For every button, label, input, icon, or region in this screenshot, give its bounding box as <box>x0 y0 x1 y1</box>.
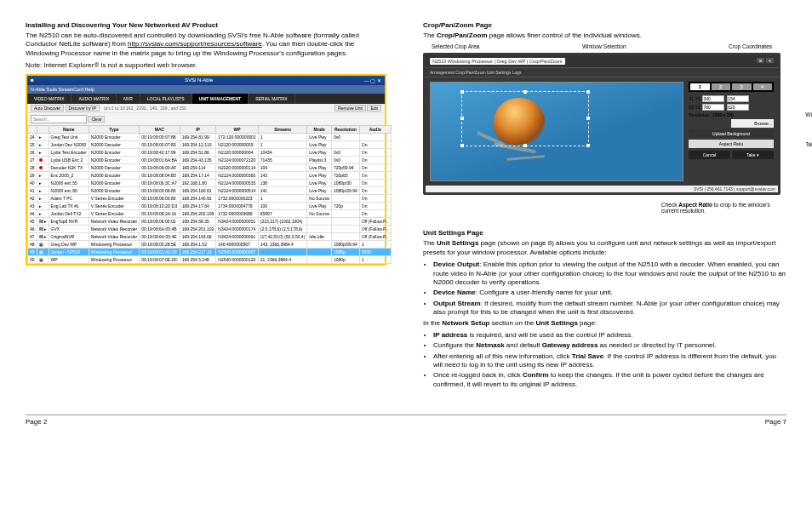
unit-table: NameTypeMACIPWPStreamsModeResolutionAudi… <box>27 125 392 264</box>
support-link[interactable]: http://svsiav.com/support/resources/soft… <box>128 40 262 48</box>
unit-settings-list: Device Output: Enable this option prior … <box>423 260 786 317</box>
tab-audio-matrix[interactable]: AUDIO MATRIX <box>71 94 117 104</box>
table-row[interactable]: 47▸OriginalNVRNetwork Video Recorder00:1… <box>28 232 392 240</box>
browse-button[interactable]: Browse... <box>731 119 774 128</box>
crop-image-area[interactable] <box>430 82 683 181</box>
window-selector[interactable]: 1234 <box>689 82 774 92</box>
tab-unit-management[interactable]: UNIT MANAGEMENT <box>192 94 249 104</box>
table-row[interactable]: 45▸EngTop8 NVRNetwork Video Recorder00:1… <box>28 217 392 225</box>
left-para: The N2510 can be auto-discovered and con… <box>26 31 389 58</box>
list-item: Once re-logged back in, click Confirm to… <box>433 371 786 389</box>
table-row[interactable]: 26▸Lydia Test EncoderN2000 Encoder00:19:… <box>28 148 392 156</box>
nable-app-window: ■ SVSi N-Able — ▢ ✕ N-Able Tools StreamC… <box>26 74 386 266</box>
title-bar: ■ SVSi N-Able — ▢ ✕ <box>27 76 385 85</box>
resolution-readout: Resolution : 1280 x 720 <box>689 112 774 117</box>
table-row[interactable]: 48▦Greg Dev WPWindowing Processor00:19:0… <box>28 240 392 248</box>
table-row[interactable]: 41▸N2000 enc 80N2000 Encoder00:19:08:00:… <box>28 186 392 194</box>
us-intro: The Unit Settings page (shown on page 8)… <box>423 239 786 257</box>
crop-app-window: N2510 Windowing Processor | Greg Dev WP … <box>423 53 781 195</box>
list-item: After entering all of this new informati… <box>433 352 786 370</box>
table-row[interactable]: 46▸GVXNetwork Video Recorder00:19:08:6A:… <box>28 225 392 232</box>
x1-input[interactable] <box>702 95 724 102</box>
ns-intro: In the Network Setup section on the Unit… <box>423 319 786 328</box>
auto-discover-button[interactable]: Auto Discover <box>31 105 64 111</box>
remove-unit-button[interactable]: Remove Unit <box>335 105 366 111</box>
callout-window-selection: Window Selection <box>582 43 626 49</box>
list-item: Device Output: Enable this option prior … <box>433 260 786 287</box>
table-row[interactable]: 40▸N2000 enc 55N2000 Encoder00:19:08:06:… <box>28 179 392 186</box>
table-row[interactable]: 25▸Jordan Dec N2000N2000 Decoder00:19:08… <box>28 140 392 148</box>
search-input[interactable] <box>31 115 87 123</box>
footer-right: Page 7 <box>765 418 786 426</box>
callout-take-settings: Take Settings <box>805 141 812 147</box>
us-heading: Unit Settings Page <box>423 229 786 237</box>
window-controls[interactable]: — ▢ ✕ <box>364 77 381 83</box>
tab-local-playlists[interactable]: LOCAL PLAYLISTS <box>140 94 192 104</box>
network-setup-list: IP address is required, and will be used… <box>423 331 786 389</box>
crop-breadcrumb: N2510 Windowing Processor | Greg Dev WP … <box>426 55 778 68</box>
cpz-intro: The Crop/Pan/Zoom page allows finer cont… <box>423 31 786 40</box>
list-item: Configure the Netmask and default Gatewa… <box>433 341 786 350</box>
table-row[interactable]: 44▸Jordan Dell TX2V Series Encoder00:19:… <box>28 209 392 217</box>
table-row[interactable]: 28Decoder N2K TXN2000 Decoder00:19:08:06… <box>28 163 392 171</box>
discover-by-ip-button[interactable]: Discover by IP <box>66 105 100 111</box>
crop-tabs[interactable]: Arrangement Crop/Pan/Zoom Unit Settings … <box>426 68 778 77</box>
upload-background-button[interactable]: Upload Background <box>689 129 774 138</box>
callout-aspect-ratio: Check Aspect Ratio to crop to the window… <box>661 202 772 214</box>
table-row[interactable]: 50▦WPWindowing Processor00:19:08:07:0E:D… <box>28 255 392 263</box>
coord-x2y2: X2,Y2: , <box>689 104 774 111</box>
crop-figure: Selected Crop Area Window Selection Crop… <box>423 43 781 214</box>
tab-nvr[interactable]: NVR <box>117 94 140 104</box>
y2-input[interactable] <box>727 104 749 111</box>
y1-input[interactable] <box>727 95 749 102</box>
table-row[interactable]: 29▸Enc 2000_2N2000 Encoder00:19:08:08:04… <box>28 171 392 179</box>
callout-crop-coords: Crop Coordinates <box>729 43 772 49</box>
edit-button[interactable]: Edit <box>367 105 381 111</box>
cancel-button[interactable]: Cancel <box>689 151 730 159</box>
table-row[interactable]: 49▦Jordan - N2510Windowing Processor00:1… <box>28 248 392 255</box>
list-item: Device Name: Configure a user-friendly n… <box>433 289 786 297</box>
clear-button[interactable]: Clear <box>88 116 105 123</box>
coord-x1y1: X1,Y1: , <box>689 95 774 102</box>
add-icon[interactable]: + <box>766 58 774 63</box>
left-note: Note: Internet Explorer® is not a suppor… <box>26 61 389 70</box>
page-footer: Page 2 Page 7 <box>26 415 786 426</box>
footer-left: Page 2 <box>26 418 47 426</box>
table-row[interactable]: 43▸Eng Lab TX #1V Series Encoder00:19:08… <box>28 202 392 209</box>
table-row[interactable]: 27Lydia USB Enc 2N2000 Encoder00:19:08:0… <box>28 156 392 163</box>
crop-selection-box[interactable] <box>461 91 589 146</box>
table-row[interactable]: 42▸Adam T PCV Series Encoder00:19:08:06:… <box>28 194 392 202</box>
menu-bar[interactable]: N-Able Tools StreamConf Help <box>27 85 385 94</box>
cpz-heading: Crop/Pan/Zoom Page <box>423 21 786 29</box>
callout-window-resolution: Window Resolution <box>805 111 812 117</box>
table-row[interactable]: 24▸Greg Test UnitN2000 Encoder00:19:08:0… <box>28 133 392 140</box>
list-item: IP address is required, and will be used… <box>433 331 786 340</box>
x2-input[interactable] <box>702 104 724 111</box>
toolbar: Auto Discover Discover by IP Ip's:1 to 1… <box>27 104 385 112</box>
list-item: Output Stream: If desired, modify from t… <box>433 300 786 317</box>
tab-video-matrix[interactable]: VIDEO MATRIX <box>27 94 71 104</box>
menu-icon[interactable]: ≡ <box>757 58 764 63</box>
left-heading: Installing and Discovering Your New Netw… <box>26 21 389 29</box>
tab-serial-matrix[interactable]: SERIAL MATRIX <box>249 94 295 104</box>
take-button[interactable]: Take ▾ <box>732 151 774 159</box>
aspect-ratio-button[interactable]: Aspect Ratio <box>689 140 774 148</box>
crop-footer: SVSi | 256.461.7143 | support@svsiav.com <box>426 186 778 192</box>
callout-crop-area: Selected Crop Area <box>432 43 479 49</box>
